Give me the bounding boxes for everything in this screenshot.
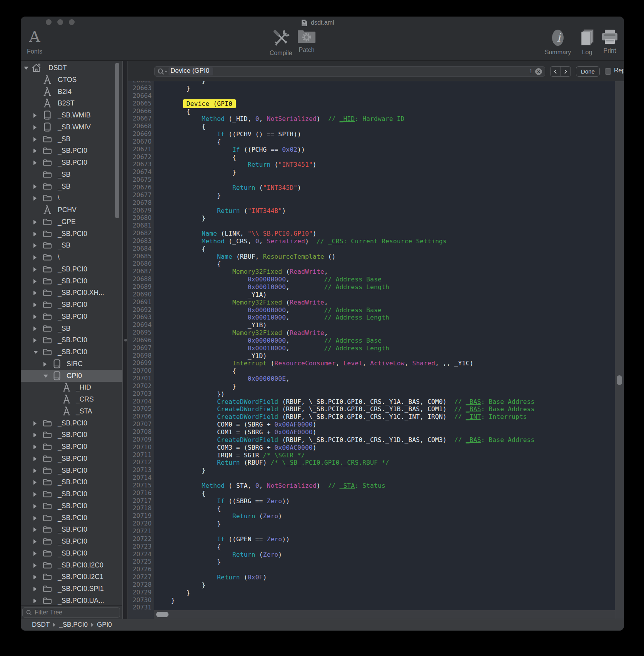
tree-item-[interactable]: \: [21, 192, 122, 204]
tree-item-sbpci0[interactable]: _SB.PCI0: [21, 228, 122, 240]
breadcrumb-item[interactable]: _SB.PCI0: [59, 621, 88, 629]
tree-item-sbpci0[interactable]: _SB.PCI0: [21, 453, 122, 465]
tree-item-sbpci0[interactable]: _SB.PCI0: [21, 145, 122, 157]
disclosure-right-icon[interactable]: [33, 563, 37, 568]
tree-item-sbpci0i2c1[interactable]: _SB.PCI0.I2C1: [21, 571, 122, 583]
tree-item-b2i4[interactable]: B2I4: [21, 86, 122, 98]
disclosure-right-icon[interactable]: [33, 113, 37, 118]
breadcrumb-item[interactable]: DSDT: [32, 621, 50, 629]
zoom-button[interactable]: [69, 19, 75, 25]
tree-item-pchv[interactable]: PCHV: [21, 204, 122, 216]
tree-item-sbpci0[interactable]: _SB.PCI0: [21, 465, 122, 477]
tree-item-sbpci0[interactable]: _SB.PCI0: [21, 417, 122, 429]
tree-item-crs[interactable]: _CRS: [21, 393, 122, 405]
tree-item-sb[interactable]: _SB: [21, 181, 122, 192]
disclosure-right-icon[interactable]: [33, 492, 37, 497]
tree-item-sbpci0[interactable]: _SB.PCI0: [21, 476, 122, 488]
disclosure-right-icon[interactable]: [33, 184, 37, 189]
tree-item-hid[interactable]: _HID: [21, 382, 122, 393]
clear-search-icon[interactable]: ×: [535, 68, 542, 75]
fonts-button[interactable]: AFonts: [25, 29, 45, 58]
done-button[interactable]: Done: [576, 66, 600, 77]
disclosure-right-icon[interactable]: [33, 433, 37, 437]
tree-item-sbpci0[interactable]: _SB.PCI0: [21, 157, 122, 169]
tree-item-sbpci0[interactable]: _SB.PCI0: [21, 536, 122, 547]
print-button[interactable]: Print: [600, 29, 619, 58]
tree-item-sbpci0xh[interactable]: _SB.PCI0.XH...: [21, 287, 122, 299]
log-button[interactable]: Log: [579, 29, 595, 58]
disclosure-right-icon[interactable]: [33, 326, 37, 331]
code-editor[interactable]: } } Device (GPI0 { Method (_HID, 0, NotS…: [154, 81, 615, 610]
disclosure-right-icon[interactable]: [33, 587, 37, 591]
tree-item-sbwmib[interactable]: _SB.WMIB: [21, 109, 122, 121]
disclosure-right-icon[interactable]: [43, 362, 47, 366]
tree-item-sbpci0[interactable]: _SB.PCI0: [21, 346, 122, 358]
find-next-button[interactable]: [561, 67, 571, 76]
sidebar-scrollbar-thumb[interactable]: [115, 63, 119, 218]
disclosure-right-icon[interactable]: [33, 161, 37, 165]
tree-item-sbpci0spi1[interactable]: _SB.PCI0.SPI1: [21, 583, 122, 595]
pane-splitter[interactable]: [122, 61, 128, 619]
editor-hscrollbar-thumb[interactable]: [156, 612, 169, 617]
tree-item-sb[interactable]: _SB: [21, 239, 122, 251]
disclosure-right-icon[interactable]: [33, 457, 37, 461]
disclosure-right-icon[interactable]: [33, 338, 37, 343]
disclosure-right-icon[interactable]: [33, 421, 37, 426]
tree-view[interactable]: DSDTGTOSB2I4B2ST_SB.WMIB_SB.WMIV_SB_SB.P…: [21, 61, 122, 605]
disclosure-right-icon[interactable]: [33, 149, 37, 153]
search-menu-icon[interactable]: [157, 68, 169, 75]
tree-item-sbpci0[interactable]: _SB.PCI0: [21, 547, 122, 559]
compile-button[interactable]: Compile: [268, 29, 294, 58]
tree-item-sbpci0ua[interactable]: _SB.PCI0.UA...: [21, 595, 122, 605]
minimize-button[interactable]: [57, 19, 63, 25]
disclosure-right-icon[interactable]: [33, 255, 37, 260]
disclosure-right-icon[interactable]: [33, 551, 37, 556]
replace-checkbox[interactable]: [605, 68, 611, 75]
disclosure-right-icon[interactable]: [33, 267, 37, 272]
tree-item-sbpci0[interactable]: _SB.PCI0: [21, 512, 122, 524]
disclosure-right-icon[interactable]: [33, 527, 37, 532]
disclosure-right-icon[interactable]: [33, 445, 37, 449]
tree-item-gtos[interactable]: GTOS: [21, 74, 122, 86]
tree-item-sbpci0[interactable]: _SB.PCI0: [21, 488, 122, 500]
tree-item-sbpci0[interactable]: _SB.PCI0: [21, 275, 122, 287]
tree-item-dsdt[interactable]: DSDT: [21, 62, 122, 74]
disclosure-right-icon[interactable]: [33, 232, 37, 236]
disclosure-right-icon[interactable]: [33, 291, 37, 295]
disclosure-right-icon[interactable]: [33, 303, 37, 307]
disclosure-right-icon[interactable]: [33, 315, 37, 319]
disclosure-down-icon[interactable]: [33, 351, 38, 354]
tree-item-sirc[interactable]: SIRC: [21, 358, 122, 370]
disclosure-down-icon[interactable]: [24, 67, 28, 70]
disclosure-right-icon[interactable]: [33, 599, 37, 603]
find-input[interactable]: Device (GPI0 1 ×: [154, 66, 545, 77]
disclosure-right-icon[interactable]: [33, 125, 37, 130]
tree-item-sbpci0[interactable]: _SB.PCI0: [21, 429, 122, 441]
disclosure-right-icon[interactable]: [33, 469, 37, 473]
tree-item-sbpci0[interactable]: _SB.PCI0: [21, 263, 122, 275]
disclosure-right-icon[interactable]: [33, 220, 37, 224]
editor-vscrollbar-thumb[interactable]: [617, 375, 622, 385]
tree-item-[interactable]: \: [21, 251, 122, 263]
disclosure-right-icon[interactable]: [33, 137, 37, 142]
tree-item-sbpci0i2c0[interactable]: _SB.PCI0.I2C0: [21, 559, 122, 571]
disclosure-right-icon[interactable]: [33, 279, 37, 284]
patch-button[interactable]: Patch: [296, 29, 317, 58]
disclosure-right-icon[interactable]: [33, 196, 37, 201]
tree-item-sbpci0[interactable]: _SB.PCI0: [21, 334, 122, 346]
tree-item-sta[interactable]: _STA: [21, 405, 122, 417]
find-previous-button[interactable]: [551, 67, 561, 76]
disclosure-right-icon[interactable]: [33, 539, 37, 544]
tree-item-sb[interactable]: _SB: [21, 133, 122, 145]
tree-item-b2st[interactable]: B2ST: [21, 97, 122, 109]
summary-button[interactable]: iSummary: [543, 29, 572, 58]
tree-item-sbpci0[interactable]: _SB.PCI0: [21, 500, 122, 512]
close-button[interactable]: [46, 19, 52, 25]
disclosure-right-icon[interactable]: [33, 480, 37, 485]
tree-item-sbpci0[interactable]: _SB.PCI0: [21, 311, 122, 323]
tree-item-sbpci0[interactable]: _SB.PCI0: [21, 441, 122, 453]
disclosure-right-icon[interactable]: [33, 504, 37, 509]
disclosure-right-icon[interactable]: [33, 575, 37, 579]
tree-item-sb[interactable]: _SB: [21, 169, 122, 181]
tree-item-sb[interactable]: _SB: [21, 323, 122, 335]
